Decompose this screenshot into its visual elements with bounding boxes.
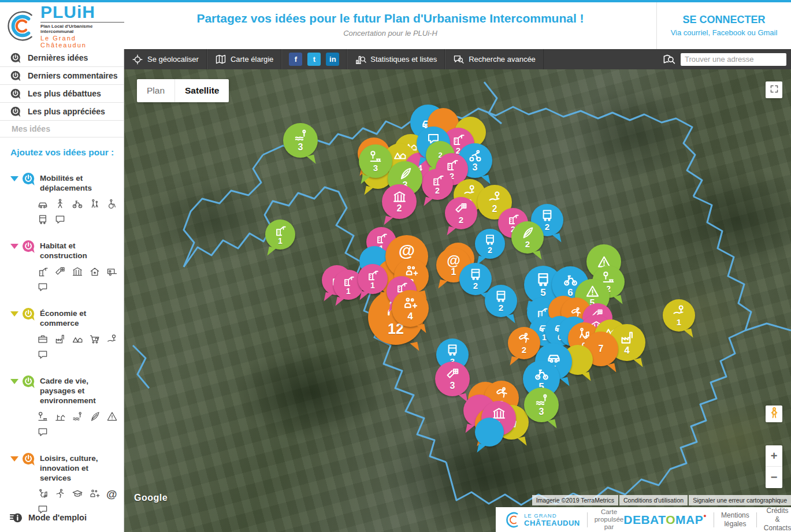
chevron-down-icon[interactable] xyxy=(10,379,18,384)
marker-count: 4 xyxy=(624,345,629,356)
caravan-icon[interactable] xyxy=(106,266,118,277)
hand-pin-icon xyxy=(463,184,477,198)
map-marker-idea[interactable] xyxy=(475,418,504,447)
pluih-logo[interactable]: PLUiH Plan Local d'Urbanisme intercommun… xyxy=(0,2,124,49)
grand-chateaudun-logo[interactable]: LE GRAND CHÂTEAUDUN xyxy=(504,510,580,530)
speech-icon[interactable] xyxy=(37,426,49,438)
map-marker-trowel[interactable]: 3 xyxy=(435,362,470,396)
at-icon[interactable]: @ xyxy=(106,488,117,500)
brand-line2: CHÂTEAUDUN xyxy=(524,519,580,527)
login-label: SE CONNECTER xyxy=(657,14,791,26)
zoom-out-button[interactable]: − xyxy=(766,467,782,488)
advanced-search-button[interactable]: Recherche avancée xyxy=(445,49,544,69)
pegman-control[interactable] xyxy=(766,405,782,422)
park-icon[interactable] xyxy=(37,411,49,422)
legal-notice-link[interactable]: Mentions légales xyxy=(721,511,749,529)
hand-pin-icon[interactable] xyxy=(106,333,118,345)
map-marker-bus[interactable]: 2 xyxy=(485,285,517,317)
chateaudun-arc-icon xyxy=(504,510,521,530)
sidebar-item-my-ideas[interactable]: Mes idées xyxy=(0,121,124,137)
map-type-plan-button[interactable]: Plan xyxy=(137,79,175,102)
category-header-cadre-de-vie-paysages-et-environnement[interactable]: Cadre de vie, paysages et environnement xyxy=(10,375,124,405)
google-logo[interactable]: Google xyxy=(134,493,168,503)
map-marker-trowel[interactable]: 2 xyxy=(445,197,477,229)
geolocate-button[interactable]: Se géolocaliser xyxy=(124,49,207,69)
sidebar-item-les-plus-debattues[interactable]: Les plus débattues xyxy=(0,85,124,103)
map-marker-crane-building[interactable]: 1 xyxy=(265,220,295,250)
usage-guide-button[interactable]: Mode d'emploi xyxy=(9,511,87,524)
briefcase-icon[interactable] xyxy=(37,333,49,345)
graduation-icon[interactable] xyxy=(72,488,83,500)
terms-of-use-link[interactable]: Conditions d'utilisation xyxy=(619,495,688,505)
report-map-error-link[interactable]: Signaler une erreur cartographique xyxy=(689,495,791,505)
farm-icon[interactable] xyxy=(72,333,83,345)
map-marker-feather[interactable]: 2 xyxy=(511,221,544,254)
debatomap-logo[interactable]: DEBATOMAP● xyxy=(623,513,707,527)
address-search-input[interactable] xyxy=(681,53,786,66)
walk-icon[interactable] xyxy=(54,198,66,210)
map-marker-windsurf[interactable]: 2 xyxy=(508,327,540,359)
chevron-down-icon[interactable] xyxy=(10,176,18,181)
speech-icon[interactable] xyxy=(54,214,66,225)
map-marker-wetland[interactable]: 3 xyxy=(524,388,559,422)
map-canvas[interactable]: 33343212322320221122221@8212114@12232565… xyxy=(124,69,791,532)
map-type-satellite-button[interactable]: Satellite xyxy=(175,79,229,102)
map-marker-group-plus[interactable]: 4 xyxy=(392,290,429,327)
bus-icon xyxy=(540,209,554,222)
feather-icon[interactable] xyxy=(89,411,101,422)
map-marker-crane-building[interactable]: 1 xyxy=(358,264,388,294)
bus-icon[interactable] xyxy=(37,214,49,225)
map-marker-bus[interactable]: 2 xyxy=(459,263,492,295)
wheelchair-icon[interactable] xyxy=(106,198,118,210)
speech-icon[interactable] xyxy=(37,349,49,360)
sport-music-icon[interactable] xyxy=(37,488,49,500)
at-icon: @ xyxy=(399,243,415,259)
landscape-icon[interactable] xyxy=(54,411,66,422)
hand-pin-icon xyxy=(672,304,686,318)
house-person-icon[interactable] xyxy=(89,266,101,277)
chevron-down-icon[interactable] xyxy=(10,311,18,317)
speech-icon[interactable] xyxy=(37,281,49,293)
linkedin-icon[interactable]: in xyxy=(326,53,339,66)
twitter-icon[interactable]: t xyxy=(307,53,321,66)
car-icon[interactable] xyxy=(37,198,49,210)
credits-contacts-link[interactable]: Crédits & Contacts xyxy=(764,507,791,532)
group-plus-icon[interactable] xyxy=(89,488,101,500)
category-header-habitat-et-construction[interactable]: Habitat et construction xyxy=(10,240,124,261)
map-marker-park[interactable]: 3 xyxy=(359,144,392,178)
map-marker-hand-pin[interactable]: 1 xyxy=(663,299,695,332)
bike-icon[interactable] xyxy=(72,198,83,210)
wetland-icon[interactable] xyxy=(72,411,83,422)
info-icon xyxy=(9,511,23,524)
chevron-down-icon[interactable] xyxy=(10,244,18,249)
facebook-icon[interactable]: f xyxy=(289,53,302,66)
category-header-economie-et-commerce[interactable]: Économie et commerce xyxy=(10,307,124,328)
factory-icon[interactable] xyxy=(54,333,66,345)
map-marker-bus[interactable]: 2 xyxy=(475,229,505,259)
category-header-loisirs-culture-innovation-et-services[interactable]: Loisirs, culture, innovation et services xyxy=(10,452,124,483)
school-path-icon[interactable] xyxy=(89,198,101,210)
crane-building-icon[interactable] xyxy=(37,266,49,277)
warning-icon[interactable] xyxy=(106,411,118,422)
chevron-down-icon[interactable] xyxy=(10,456,18,462)
category-list: Mobilités et déplacements Habitat et con… xyxy=(0,172,124,515)
marker-tail xyxy=(517,437,526,447)
map-marker-bank[interactable]: 2 xyxy=(382,184,417,219)
crane-building-icon xyxy=(342,274,355,287)
login-button[interactable]: SE CONNECTER Via courriel, Facebook ou G… xyxy=(656,2,791,49)
trowel-icon[interactable] xyxy=(54,266,66,277)
fullscreen-button[interactable] xyxy=(766,81,782,98)
bank-icon[interactable] xyxy=(72,266,83,277)
category-header-mobilites-et-deplacements[interactable]: Mobilités et déplacements xyxy=(10,172,124,193)
zoom-in-button[interactable]: + xyxy=(766,445,782,467)
sidebar-item-les-plus-appreciees[interactable]: Les plus appréciées xyxy=(0,103,124,121)
pluih-logo-arcs xyxy=(6,8,39,44)
wide-map-button[interactable]: Carte élargie xyxy=(207,49,281,69)
cart-icon[interactable] xyxy=(89,333,101,345)
sidebar-item-derniers-commentaires[interactable]: Derniers commentaires xyxy=(0,67,124,85)
stats-lists-button[interactable]: Statistiques et listes xyxy=(347,49,445,69)
sidebar-item-dernieres-idees[interactable]: Dernières idées xyxy=(0,49,124,67)
map-marker-wetland[interactable]: 3 xyxy=(283,123,318,158)
leisure-run-icon[interactable] xyxy=(54,488,66,500)
map-marker-crane-building[interactable]: 2 xyxy=(422,169,453,200)
